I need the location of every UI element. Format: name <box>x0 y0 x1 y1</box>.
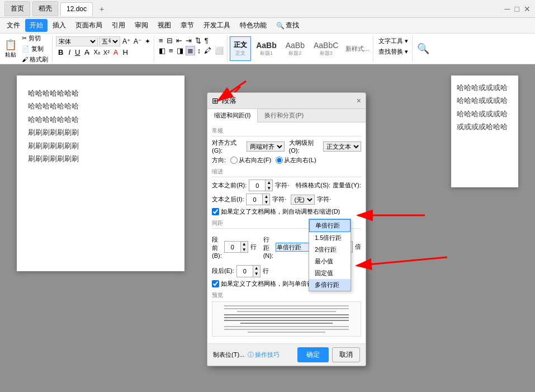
direction-ltr-radio[interactable] <box>276 157 283 164</box>
find-replace-btn[interactable]: 查找替换 ▾ <box>377 47 410 56</box>
tab-home[interactable]: 首页 <box>4 1 30 16</box>
indent-decrease-btn[interactable]: ⇤ <box>175 36 183 45</box>
copy-btn[interactable]: 📄 复制 <box>20 44 50 54</box>
grid-spacing-checkbox[interactable] <box>212 280 219 287</box>
style-heading2[interactable]: AaBb 标题2 <box>282 36 309 61</box>
window-maximize[interactable]: □ <box>515 4 519 13</box>
before-up[interactable]: ▲ <box>241 242 248 247</box>
section-general: 常规 对齐方式(G): 两端对齐 大纲级别(O): 正文文本 方向: 从右向左(… <box>212 127 361 164</box>
direction-ltr[interactable]: 从左向右(L) <box>276 156 316 164</box>
italic-btn[interactable]: I <box>67 48 72 56</box>
style-heading3[interactable]: AaBbC 标题3 <box>310 36 342 61</box>
menu-start[interactable]: 开始 <box>25 19 48 32</box>
align-select[interactable]: 两端对齐 <box>247 141 285 152</box>
style-heading1[interactable]: AaBb 标题1 <box>252 36 281 61</box>
before-down[interactable]: ▼ <box>241 247 248 253</box>
sort-btn[interactable]: ⇅ <box>194 36 202 45</box>
search-icon-btn[interactable]: 🔍 <box>414 41 433 56</box>
tab-doc[interactable]: 12.doc <box>60 2 93 16</box>
indent-increase-btn[interactable]: ⇥ <box>184 36 193 45</box>
after-up[interactable]: ▲ <box>253 266 260 271</box>
before-text-up[interactable]: ▲ <box>266 180 272 186</box>
before-input[interactable] <box>225 244 240 251</box>
format-painter-btn[interactable]: 🖌 格式刷 <box>20 55 50 64</box>
font-name-select[interactable]: 宋体 <box>56 36 98 46</box>
align-right-btn[interactable]: ◨ <box>176 46 184 55</box>
measure-label: 度量值(Y): <box>333 181 361 190</box>
subscript-btn[interactable]: X₂ <box>92 49 101 56</box>
font-clear-btn[interactable]: ✦ <box>144 37 151 45</box>
font-size-select[interactable]: 五号 <box>99 36 120 46</box>
after-down[interactable]: ▼ <box>253 271 260 277</box>
menu-review[interactable]: 审阅 <box>130 19 153 32</box>
tab-shell[interactable]: 稻壳 <box>32 1 58 16</box>
menu-file[interactable]: 文件 <box>2 19 25 32</box>
none-select[interactable]: (无) <box>291 195 315 205</box>
menu-chapter[interactable]: 章节 <box>176 19 198 32</box>
menu-reference[interactable]: 引用 <box>107 19 130 32</box>
linespacing-label: 行距(N): <box>263 235 273 259</box>
dropdown-item-multiple[interactable]: 多倍行距 <box>309 279 351 291</box>
char-unit: 字符· <box>317 195 331 204</box>
dropdown-item-min[interactable]: 最小值 <box>309 256 351 267</box>
dropdown-item-single[interactable]: 单倍行距 <box>309 219 351 232</box>
linespacing-select[interactable]: 单倍行距 <box>276 243 311 251</box>
before-text-input[interactable] <box>249 182 265 189</box>
dialog-close-btn[interactable]: × <box>357 96 361 105</box>
after-text-input[interactable] <box>247 196 262 203</box>
style-more-btn[interactable]: 新样式... <box>343 44 371 54</box>
before-text-down[interactable]: ▼ <box>266 186 272 191</box>
at-unit: 倍 <box>355 243 361 251</box>
font-shrink-btn[interactable]: A⁻ <box>132 37 143 45</box>
menu-special[interactable]: 特色功能 <box>235 19 271 32</box>
show-formatting-btn[interactable]: ¶ <box>203 36 210 45</box>
align-center-btn[interactable]: ≡ <box>168 46 174 55</box>
info-icon: ⓘ <box>248 351 254 359</box>
menu-view[interactable]: 视图 <box>153 19 176 32</box>
operation-tip[interactable]: ⓘ 操作技巧 <box>248 351 280 359</box>
direction-rtl[interactable]: 从右向左(F) <box>230 156 271 164</box>
dropdown-item-fixed[interactable]: 固定值 <box>309 267 351 279</box>
menu-search[interactable]: 🔍 查找 <box>272 19 304 32</box>
after-input[interactable] <box>237 268 253 275</box>
underline-btn[interactable]: U <box>73 48 82 56</box>
superscript-btn[interactable]: X² <box>102 49 111 56</box>
before-text-label: 文本之前(R): <box>212 181 247 190</box>
dropdown-item-double[interactable]: 2倍行距 <box>309 244 351 256</box>
line-spacing-btn[interactable]: ↕ <box>196 46 202 55</box>
after-text-down[interactable]: ▼ <box>263 200 269 205</box>
grid-spacing-label: 如果定义了文档网格，则与单倍行距 <box>221 280 319 288</box>
window-minimize[interactable]: ─ <box>505 4 510 13</box>
cut-btn[interactable]: ✂ 剪切 <box>20 34 50 43</box>
style-normal[interactable]: 正文 正文 <box>230 36 251 61</box>
outline-select[interactable]: 正文文本 <box>323 141 361 152</box>
number-list-btn[interactable]: ⊟ <box>165 36 174 45</box>
direction-rtl-radio[interactable] <box>230 157 238 164</box>
font-grow-btn[interactable]: A⁺ <box>121 37 131 45</box>
paste-btn[interactable]: 📋粘贴 <box>2 37 19 60</box>
strikethrough-btn[interactable]: A̶ <box>83 48 91 56</box>
auto-adjust-checkbox[interactable] <box>212 208 219 215</box>
fill-color-btn[interactable]: 🖍 <box>203 46 212 55</box>
tab-button[interactable]: 制表位(T)... <box>213 351 244 359</box>
menu-devtools[interactable]: 开发工具 <box>199 19 235 32</box>
align-justify-btn[interactable]: ≣ <box>186 46 195 55</box>
cancel-button[interactable]: 取消 <box>332 347 360 362</box>
ok-button[interactable]: 确定 <box>297 347 329 362</box>
bold-btn[interactable]: B <box>56 48 65 57</box>
highlight-btn[interactable]: H <box>121 48 129 56</box>
dialog-tab-linebreak[interactable]: 换行和分页(P) <box>258 109 310 122</box>
window-close[interactable]: ✕ <box>524 4 531 13</box>
bullet-list-btn[interactable]: ≡ <box>158 36 164 45</box>
menu-insert[interactable]: 插入 <box>48 19 70 32</box>
menu-layout[interactable]: 页面布局 <box>71 19 107 32</box>
font-color-btn[interactable]: A <box>112 48 120 56</box>
dropdown-item-1-5[interactable]: 1.5倍行距 <box>309 232 351 244</box>
dialog-tab-indent[interactable]: 缩进和间距(I) <box>207 109 258 122</box>
after-text-up[interactable]: ▲ <box>263 194 269 200</box>
tab-add[interactable]: + <box>95 2 108 16</box>
border-btn[interactable]: ⬜ <box>214 46 225 55</box>
align-left-btn[interactable]: ◧ <box>158 46 167 55</box>
section-preview: 预览 <box>212 291 361 337</box>
word-art-btn[interactable]: 文字工具 ▾ <box>377 36 410 46</box>
